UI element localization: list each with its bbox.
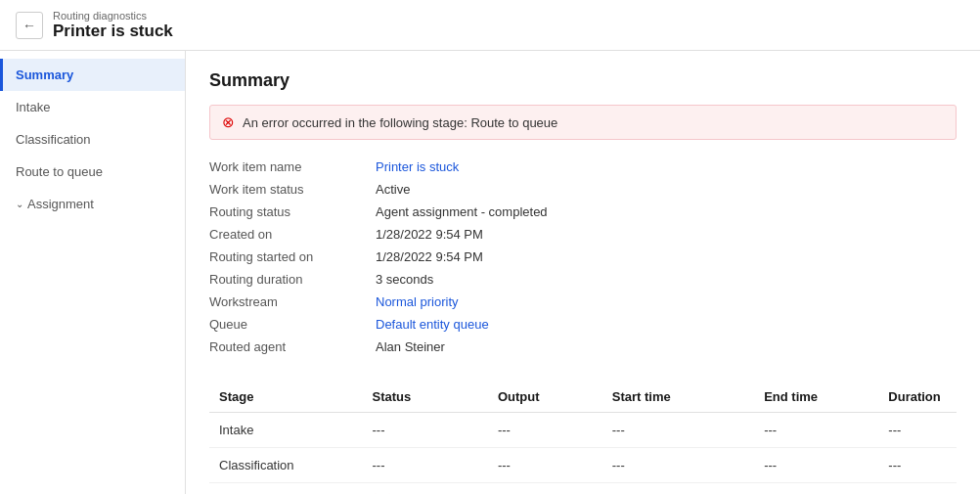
created-on-value: 1/28/2022 9:54 PM <box>376 227 483 242</box>
routing-status-value: Agent assignment - completed <box>376 204 548 219</box>
page-header: ← Routing diagnostics Printer is stuck <box>0 0 980 51</box>
stage-cell: Classification <box>209 448 363 483</box>
info-row-routed-agent: Routed agent Alan Steiner <box>209 336 957 358</box>
routed-agent-value: Alan Steiner <box>376 339 445 354</box>
info-row-work-item-status: Work item status Active <box>209 178 957 201</box>
routing-started-label: Routing started on <box>209 249 376 264</box>
error-circle-icon: ⊗ <box>222 113 235 131</box>
queue-value[interactable]: Default entity queue <box>376 317 489 332</box>
created-on-label: Created on <box>209 227 376 242</box>
table-row: Route to queue❌Error---1/28/2022 9:54 PM… <box>209 483 957 495</box>
routed-agent-label: Routed agent <box>209 339 376 354</box>
work-item-name-value[interactable]: Printer is stuck <box>376 159 459 174</box>
start-time-cell: --- <box>602 413 754 448</box>
col-header-status: Status <box>363 382 488 413</box>
sidebar-label-classification: Classification <box>16 132 91 147</box>
col-header-output: Output <box>488 382 602 413</box>
status-cell: --- <box>363 448 488 483</box>
duration-cell: --- <box>878 448 957 483</box>
sidebar-section-assignment[interactable]: ⌄ Assignment <box>0 188 185 220</box>
sidebar-item-classification[interactable]: Classification <box>0 123 185 156</box>
output-cell: --- <box>488 413 602 448</box>
sidebar-label-summary: Summary <box>16 67 73 82</box>
col-header-end-time: End time <box>754 382 878 413</box>
chevron-down-icon: ⌄ <box>16 199 23 209</box>
info-row-created-on: Created on 1/28/2022 9:54 PM <box>209 223 957 246</box>
routing-duration-value: 3 seconds <box>376 272 433 287</box>
end-time-cell: 1/28/2022 9:5... <box>754 483 878 495</box>
col-header-duration: Duration <box>878 382 957 413</box>
info-row-queue: Queue Default entity queue <box>209 313 957 336</box>
start-time-cell: --- <box>602 448 754 483</box>
info-row-routing-duration: Routing duration 3 seconds <box>209 268 957 291</box>
work-item-name-label: Work item name <box>209 159 376 174</box>
col-header-start-time: Start time <box>602 382 754 413</box>
breadcrumb: Routing diagnostics <box>53 10 173 22</box>
routing-started-value: 1/28/2022 9:54 PM <box>376 249 483 264</box>
sidebar-item-intake[interactable]: Intake <box>0 91 185 123</box>
col-header-stage: Stage <box>209 382 363 413</box>
work-item-status-value: Active <box>376 182 410 197</box>
status-cell: ❌Error <box>363 483 488 495</box>
stage-cell: Intake <box>209 413 363 448</box>
info-row-workstream: Workstream Normal priority <box>209 291 957 313</box>
info-row-work-item-name: Work item name Printer is stuck <box>209 156 957 178</box>
back-button[interactable]: ← <box>16 12 43 39</box>
end-time-cell: --- <box>754 448 878 483</box>
main-title: Summary <box>209 70 957 91</box>
error-banner: ⊗ An error occurred in the following sta… <box>209 105 957 140</box>
main-content: Summary ⊗ An error occurred in the follo… <box>186 51 980 494</box>
end-time-cell: --- <box>754 413 878 448</box>
start-time-cell: 1/28/2022 9:54 PM <box>602 483 754 495</box>
sidebar: Summary Intake Classification Route to q… <box>0 51 186 494</box>
page-title: Printer is stuck <box>53 22 173 41</box>
workstream-label: Workstream <box>209 294 376 309</box>
routing-duration-label: Routing duration <box>209 272 376 287</box>
table-row: Classification--------------- <box>209 448 957 483</box>
routing-status-label: Routing status <box>209 204 376 219</box>
error-banner-text: An error occurred in the following stage… <box>243 115 557 130</box>
header-text: Routing diagnostics Printer is stuck <box>53 10 173 41</box>
stage-table: Stage Status Output Start time End time … <box>209 382 957 494</box>
workstream-value[interactable]: Normal priority <box>376 294 459 309</box>
sidebar-item-summary[interactable]: Summary <box>0 59 185 91</box>
info-row-routing-status: Routing status Agent assignment - comple… <box>209 201 957 223</box>
status-cell: --- <box>363 413 488 448</box>
info-row-routing-started: Routing started on 1/28/2022 9:54 PM <box>209 246 957 268</box>
info-table: Work item name Printer is stuck Work ite… <box>209 156 957 358</box>
sidebar-section-label-assignment: Assignment <box>27 197 94 211</box>
sidebar-label-intake: Intake <box>16 100 50 114</box>
table-row: Intake--------------- <box>209 413 957 448</box>
sidebar-label-route-to-queue: Route to queue <box>16 164 103 179</box>
output-cell: --- <box>488 448 602 483</box>
queue-label: Queue <box>209 317 376 332</box>
work-item-status-label: Work item status <box>209 182 376 197</box>
sidebar-item-route-to-queue[interactable]: Route to queue <box>0 156 185 188</box>
duration-cell: 0 seconds <box>878 483 957 495</box>
duration-cell: --- <box>878 413 957 448</box>
layout: Summary Intake Classification Route to q… <box>0 51 980 494</box>
output-cell: --- <box>488 483 602 495</box>
